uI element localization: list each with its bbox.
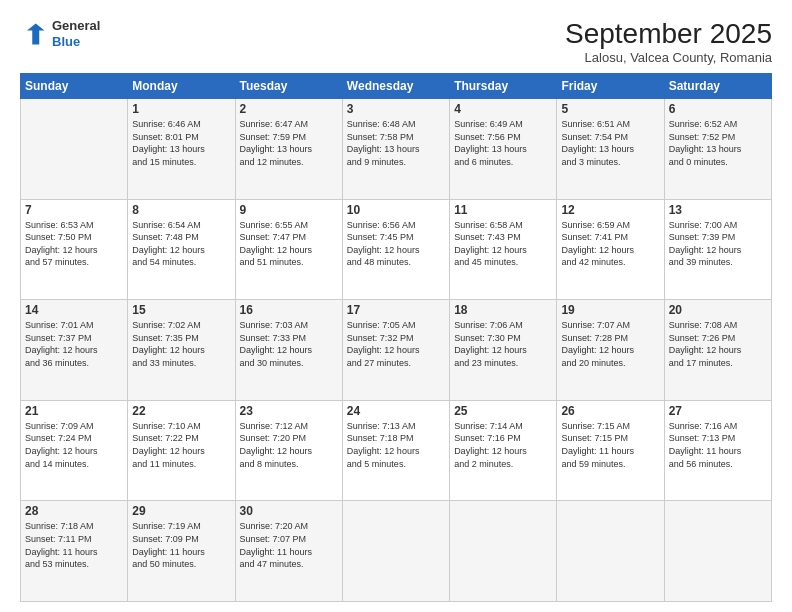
table-row: 17Sunrise: 7:05 AM Sunset: 7:32 PM Dayli… — [342, 300, 449, 401]
day-info: Sunrise: 6:52 AM Sunset: 7:52 PM Dayligh… — [669, 118, 767, 168]
day-number: 8 — [132, 203, 230, 217]
table-row: 13Sunrise: 7:00 AM Sunset: 7:39 PM Dayli… — [664, 199, 771, 300]
day-number: 27 — [669, 404, 767, 418]
day-info: Sunrise: 7:05 AM Sunset: 7:32 PM Dayligh… — [347, 319, 445, 369]
table-row: 8Sunrise: 6:54 AM Sunset: 7:48 PM Daylig… — [128, 199, 235, 300]
table-row: 23Sunrise: 7:12 AM Sunset: 7:20 PM Dayli… — [235, 400, 342, 501]
table-row: 14Sunrise: 7:01 AM Sunset: 7:37 PM Dayli… — [21, 300, 128, 401]
table-row: 27Sunrise: 7:16 AM Sunset: 7:13 PM Dayli… — [664, 400, 771, 501]
day-info: Sunrise: 7:09 AM Sunset: 7:24 PM Dayligh… — [25, 420, 123, 470]
day-number: 13 — [669, 203, 767, 217]
logo-blue-text: Blue — [52, 34, 80, 49]
day-info: Sunrise: 7:15 AM Sunset: 7:15 PM Dayligh… — [561, 420, 659, 470]
day-number: 9 — [240, 203, 338, 217]
logo: General Blue — [20, 18, 100, 49]
day-number: 5 — [561, 102, 659, 116]
col-thursday: Thursday — [450, 74, 557, 99]
day-info: Sunrise: 7:06 AM Sunset: 7:30 PM Dayligh… — [454, 319, 552, 369]
day-number: 14 — [25, 303, 123, 317]
day-number: 29 — [132, 504, 230, 518]
day-number: 7 — [25, 203, 123, 217]
calendar-row-3: 14Sunrise: 7:01 AM Sunset: 7:37 PM Dayli… — [21, 300, 772, 401]
logo-icon — [20, 20, 48, 48]
day-number: 24 — [347, 404, 445, 418]
calendar-table: Sunday Monday Tuesday Wednesday Thursday… — [20, 73, 772, 602]
calendar-row-1: 1Sunrise: 6:46 AM Sunset: 8:01 PM Daylig… — [21, 99, 772, 200]
table-row: 24Sunrise: 7:13 AM Sunset: 7:18 PM Dayli… — [342, 400, 449, 501]
day-number: 19 — [561, 303, 659, 317]
day-info: Sunrise: 6:47 AM Sunset: 7:59 PM Dayligh… — [240, 118, 338, 168]
day-info: Sunrise: 6:54 AM Sunset: 7:48 PM Dayligh… — [132, 219, 230, 269]
table-row: 2Sunrise: 6:47 AM Sunset: 7:59 PM Daylig… — [235, 99, 342, 200]
table-row: 30Sunrise: 7:20 AM Sunset: 7:07 PM Dayli… — [235, 501, 342, 602]
day-number: 21 — [25, 404, 123, 418]
day-info: Sunrise: 7:00 AM Sunset: 7:39 PM Dayligh… — [669, 219, 767, 269]
table-row: 26Sunrise: 7:15 AM Sunset: 7:15 PM Dayli… — [557, 400, 664, 501]
table-row: 4Sunrise: 6:49 AM Sunset: 7:56 PM Daylig… — [450, 99, 557, 200]
day-number: 15 — [132, 303, 230, 317]
day-info: Sunrise: 6:56 AM Sunset: 7:45 PM Dayligh… — [347, 219, 445, 269]
day-number: 30 — [240, 504, 338, 518]
day-info: Sunrise: 6:51 AM Sunset: 7:54 PM Dayligh… — [561, 118, 659, 168]
day-number: 23 — [240, 404, 338, 418]
header-row: Sunday Monday Tuesday Wednesday Thursday… — [21, 74, 772, 99]
day-number: 3 — [347, 102, 445, 116]
table-row: 21Sunrise: 7:09 AM Sunset: 7:24 PM Dayli… — [21, 400, 128, 501]
calendar-row-4: 21Sunrise: 7:09 AM Sunset: 7:24 PM Dayli… — [21, 400, 772, 501]
day-info: Sunrise: 6:53 AM Sunset: 7:50 PM Dayligh… — [25, 219, 123, 269]
table-row: 1Sunrise: 6:46 AM Sunset: 8:01 PM Daylig… — [128, 99, 235, 200]
day-number: 17 — [347, 303, 445, 317]
day-info: Sunrise: 7:12 AM Sunset: 7:20 PM Dayligh… — [240, 420, 338, 470]
day-info: Sunrise: 6:48 AM Sunset: 7:58 PM Dayligh… — [347, 118, 445, 168]
day-info: Sunrise: 6:59 AM Sunset: 7:41 PM Dayligh… — [561, 219, 659, 269]
svg-marker-1 — [27, 23, 45, 44]
calendar-title: September 2025 — [565, 18, 772, 50]
header: General Blue September 2025 Lalosu, Valc… — [20, 18, 772, 65]
day-info: Sunrise: 7:19 AM Sunset: 7:09 PM Dayligh… — [132, 520, 230, 570]
table-row: 18Sunrise: 7:06 AM Sunset: 7:30 PM Dayli… — [450, 300, 557, 401]
table-row — [21, 99, 128, 200]
day-info: Sunrise: 7:20 AM Sunset: 7:07 PM Dayligh… — [240, 520, 338, 570]
day-number: 4 — [454, 102, 552, 116]
day-info: Sunrise: 6:49 AM Sunset: 7:56 PM Dayligh… — [454, 118, 552, 168]
day-info: Sunrise: 7:08 AM Sunset: 7:26 PM Dayligh… — [669, 319, 767, 369]
day-info: Sunrise: 7:07 AM Sunset: 7:28 PM Dayligh… — [561, 319, 659, 369]
day-info: Sunrise: 6:55 AM Sunset: 7:47 PM Dayligh… — [240, 219, 338, 269]
day-number: 12 — [561, 203, 659, 217]
day-number: 1 — [132, 102, 230, 116]
day-info: Sunrise: 7:16 AM Sunset: 7:13 PM Dayligh… — [669, 420, 767, 470]
logo-text: General Blue — [52, 18, 100, 49]
col-saturday: Saturday — [664, 74, 771, 99]
table-row: 9Sunrise: 6:55 AM Sunset: 7:47 PM Daylig… — [235, 199, 342, 300]
title-block: September 2025 Lalosu, Valcea County, Ro… — [565, 18, 772, 65]
table-row: 12Sunrise: 6:59 AM Sunset: 7:41 PM Dayli… — [557, 199, 664, 300]
col-tuesday: Tuesday — [235, 74, 342, 99]
day-number: 10 — [347, 203, 445, 217]
day-info: Sunrise: 7:01 AM Sunset: 7:37 PM Dayligh… — [25, 319, 123, 369]
table-row — [342, 501, 449, 602]
calendar-row-5: 28Sunrise: 7:18 AM Sunset: 7:11 PM Dayli… — [21, 501, 772, 602]
table-row — [557, 501, 664, 602]
day-number: 16 — [240, 303, 338, 317]
day-info: Sunrise: 7:18 AM Sunset: 7:11 PM Dayligh… — [25, 520, 123, 570]
table-row: 19Sunrise: 7:07 AM Sunset: 7:28 PM Dayli… — [557, 300, 664, 401]
day-number: 22 — [132, 404, 230, 418]
day-info: Sunrise: 7:13 AM Sunset: 7:18 PM Dayligh… — [347, 420, 445, 470]
day-info: Sunrise: 7:02 AM Sunset: 7:35 PM Dayligh… — [132, 319, 230, 369]
table-row: 16Sunrise: 7:03 AM Sunset: 7:33 PM Dayli… — [235, 300, 342, 401]
table-row: 6Sunrise: 6:52 AM Sunset: 7:52 PM Daylig… — [664, 99, 771, 200]
table-row: 5Sunrise: 6:51 AM Sunset: 7:54 PM Daylig… — [557, 99, 664, 200]
day-number: 6 — [669, 102, 767, 116]
day-number: 26 — [561, 404, 659, 418]
day-number: 28 — [25, 504, 123, 518]
table-row — [664, 501, 771, 602]
table-row: 11Sunrise: 6:58 AM Sunset: 7:43 PM Dayli… — [450, 199, 557, 300]
table-row: 25Sunrise: 7:14 AM Sunset: 7:16 PM Dayli… — [450, 400, 557, 501]
logo-general-text: General — [52, 18, 100, 33]
col-wednesday: Wednesday — [342, 74, 449, 99]
day-number: 25 — [454, 404, 552, 418]
page: General Blue September 2025 Lalosu, Valc… — [0, 0, 792, 612]
table-row: 10Sunrise: 6:56 AM Sunset: 7:45 PM Dayli… — [342, 199, 449, 300]
table-row: 28Sunrise: 7:18 AM Sunset: 7:11 PM Dayli… — [21, 501, 128, 602]
day-info: Sunrise: 6:58 AM Sunset: 7:43 PM Dayligh… — [454, 219, 552, 269]
